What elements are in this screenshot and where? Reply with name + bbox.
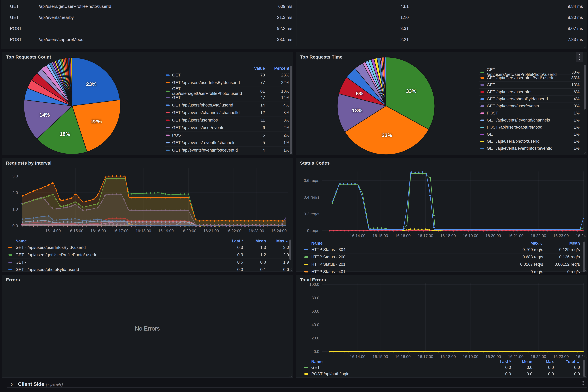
legend-header-max[interactable]: Max ⌄ bbox=[498, 241, 544, 246]
legend-label[interactable]: GET /api/events/user/events bbox=[172, 125, 244, 130]
legend-header-percent[interactable]: Percent bbox=[266, 66, 290, 71]
legend-label[interactable]: HTTP Status - 304 bbox=[311, 247, 498, 252]
legend-row[interactable]: HTTP Status - 4010 req/s0 req/s bbox=[303, 268, 581, 276]
legend-label[interactable]: GET /api/users/photoById/:userId bbox=[172, 103, 244, 108]
legend-label[interactable]: GET bbox=[311, 365, 489, 370]
legend-header-last[interactable]: Last * bbox=[219, 239, 244, 244]
legend-label[interactable]: HTTP Status - 201 bbox=[311, 262, 498, 267]
legend-label[interactable]: POST /api/users/captureMood bbox=[487, 125, 561, 130]
legend-scrollbar[interactable] bbox=[583, 242, 585, 272]
legend-label[interactable]: GET - /api/users/photoById/:userId bbox=[15, 267, 219, 272]
legend-last: 0.3 bbox=[219, 245, 244, 250]
legend-scrollbar[interactable] bbox=[583, 360, 585, 377]
legend-total: 0.0 bbox=[555, 372, 581, 376]
legend-label[interactable]: POST bbox=[172, 133, 244, 138]
legend-header-mean[interactable]: Mean bbox=[244, 239, 267, 244]
legend-label[interactable]: GET /api/users/userInfos bbox=[172, 118, 244, 122]
legend-label[interactable]: POST bbox=[487, 111, 561, 116]
legend-row[interactable]: GET1% bbox=[479, 131, 581, 138]
legend-label[interactable]: GET - /api/users/getUserProfilePhoto/:us… bbox=[15, 252, 219, 257]
panel-resize-handle[interactable] bbox=[583, 45, 586, 48]
legend-row[interactable]: GET /api/users/userInfos6% bbox=[479, 88, 581, 96]
grafana-dashboard: { "top_table": { "rows": [ {"method":"GE… bbox=[0, 0, 588, 392]
legend-label[interactable]: HTTP Status - 200 bbox=[311, 255, 498, 260]
row-panel-count: (7 panels) bbox=[46, 382, 63, 387]
legend-header-mean[interactable]: Mean bbox=[544, 241, 581, 246]
legend-header-last[interactable]: Last * bbox=[489, 359, 512, 364]
legend-label[interactable]: HTTP Status - 401 bbox=[311, 270, 498, 274]
svg-text:16:24:00: 16:24:00 bbox=[576, 234, 587, 238]
legend-row[interactable]: HTTP Status - 3040.700 req/s0.129 req/s bbox=[303, 246, 581, 253]
legend-row[interactable]: GET13% bbox=[479, 81, 581, 88]
row-title[interactable]: Client Side bbox=[18, 381, 44, 387]
legend-label[interactable]: GET /api/users/userInfosById/:userId bbox=[172, 80, 244, 85]
row-drag-handle-icon[interactable] bbox=[582, 381, 584, 387]
legend-row[interactable]: GET /api/events/channels/:channelId123% bbox=[165, 109, 290, 116]
table-row[interactable]: POST/api/users/captureMood33.5 ms2.217.8… bbox=[1, 34, 587, 45]
legend-row[interactable]: GET7823% bbox=[165, 71, 290, 79]
legend-header-max[interactable]: Max bbox=[533, 359, 555, 364]
legend-row[interactable]: GET /api/users/getUserProfilePhoto/:user… bbox=[479, 67, 581, 74]
legend-row[interactable]: GET /api/events/:eventId/channels51% bbox=[165, 139, 290, 146]
legend-row[interactable]: GET /api/events/eventInfos/:eventId1% bbox=[479, 145, 581, 152]
legend-label[interactable]: GET /api/events/channels/:channelId bbox=[172, 110, 244, 115]
legend-label[interactable]: GET /api/users/userInfosById/:userId bbox=[487, 76, 561, 80]
legend-row[interactable]: GET - /api/users/photoById/:userId0.00.1… bbox=[7, 266, 290, 273]
legend-color-swatch bbox=[480, 134, 484, 135]
table-row[interactable]: GET/api/events/nearby21.3 ms1.108.30 ms bbox=[1, 12, 587, 23]
legend-label[interactable]: GET /api/events/eventInfos/:eventId bbox=[172, 148, 244, 153]
legend-header-max[interactable]: Max ⌄ bbox=[267, 238, 290, 244]
legend-header-mean[interactable]: Mean bbox=[512, 359, 533, 364]
legend-label[interactable]: GET bbox=[487, 132, 561, 137]
legend-label[interactable]: GET - bbox=[15, 260, 219, 265]
panel-resize-handle[interactable] bbox=[289, 374, 292, 377]
legend-color-swatch bbox=[166, 150, 170, 151]
legend-label[interactable]: GET bbox=[172, 95, 244, 100]
legend-scrollbar[interactable] bbox=[289, 240, 291, 260]
legend-row[interactable]: GET0.00.00.00.0 bbox=[303, 364, 581, 371]
legend-scrollbar[interactable] bbox=[290, 66, 292, 154]
legend-label[interactable]: GET /api/users/photo/:userId bbox=[487, 139, 561, 144]
legend-header-name[interactable]: Name bbox=[15, 239, 219, 244]
legend-label[interactable]: GET /api/users/getUserProfilePhoto/:user… bbox=[172, 86, 244, 96]
legend-row[interactable]: GET /api/events/:eventId/channels1% bbox=[479, 116, 581, 124]
svg-text:80.0: 80.0 bbox=[311, 296, 319, 300]
legend-row[interactable]: GET /api/events/user/events3% bbox=[479, 102, 581, 110]
legend-label[interactable]: GET /api/events/user/events bbox=[487, 104, 561, 108]
legend-label[interactable]: GET bbox=[172, 73, 244, 78]
legend-label[interactable]: GET /api/events/:eventId/channels bbox=[487, 118, 561, 122]
legend-label[interactable]: GET bbox=[487, 82, 561, 87]
legend-row[interactable]: POST62% bbox=[165, 131, 290, 139]
legend-row[interactable]: HTTP Status - 2010.0167 req/s0.00152 req… bbox=[303, 261, 581, 268]
legend-row[interactable]: GET /api/users/photo/:userId1% bbox=[479, 138, 581, 145]
legend-row[interactable]: GET - /api/users/userInfosById/:userId0.… bbox=[7, 244, 290, 251]
legend-label[interactable]: GET /api/users/photoById/:userId bbox=[487, 97, 561, 102]
legend-row[interactable]: POST1% bbox=[479, 110, 581, 116]
legend-label[interactable]: GET /api/events/eventInfos/:eventId bbox=[487, 146, 561, 151]
legend-scrollbar[interactable] bbox=[584, 65, 586, 110]
legend-row[interactable]: GET /api/users/userInfos113% bbox=[165, 116, 290, 124]
legend-row[interactable]: HTTP Status - 2000.683 req/s0.126 req/s bbox=[303, 253, 581, 261]
chevron-right-icon[interactable]: › bbox=[11, 381, 13, 388]
legend-header-name[interactable]: Name bbox=[311, 241, 498, 246]
legend-header-name[interactable]: Name bbox=[311, 359, 489, 364]
legend-row[interactable]: GET /api/users/userInfosById/:userId7722… bbox=[165, 79, 290, 86]
legend-label[interactable]: GET - /api/users/userInfosById/:userId bbox=[15, 245, 219, 250]
legend-label[interactable]: POST /api/auth/login bbox=[311, 372, 489, 376]
legend-row[interactable]: GET /api/users/photoById/:userId144% bbox=[165, 101, 290, 109]
legend-row[interactable]: GET /api/users/getUserProfilePhoto/:user… bbox=[165, 86, 290, 94]
table-row[interactable]: POST92.2 ms3.318.07 ms bbox=[1, 23, 587, 34]
legend-row[interactable]: POST /api/auth/login0.00.00.00.0 bbox=[303, 371, 581, 377]
legend-row[interactable]: POST /api/users/captureMood1% bbox=[479, 124, 581, 131]
legend-row[interactable]: GET /api/users/photoById/:userId4% bbox=[479, 96, 581, 102]
legend-header-total[interactable]: Total ⌄ bbox=[555, 359, 581, 364]
legend-row[interactable]: GET -0.50.81.9 bbox=[7, 258, 290, 266]
legend-row[interactable]: GET - /api/users/getUserProfilePhoto/:us… bbox=[7, 251, 290, 258]
dashboard-row-client-side[interactable]: › Client Side (7 panels) bbox=[0, 378, 588, 392]
legend-label[interactable]: GET /api/users/userInfos bbox=[487, 90, 561, 94]
legend-header-value[interactable]: Value bbox=[244, 66, 266, 71]
table-row[interactable]: GET/api/users/getUserProfilePhoto/:userI… bbox=[1, 1, 587, 12]
legend-label[interactable]: GET /api/events/:eventId/channels bbox=[172, 140, 244, 145]
legend-row[interactable]: GET /api/events/user/events62% bbox=[165, 124, 290, 131]
legend-row[interactable]: GET /api/events/eventInfos/:eventId41% bbox=[165, 146, 290, 154]
